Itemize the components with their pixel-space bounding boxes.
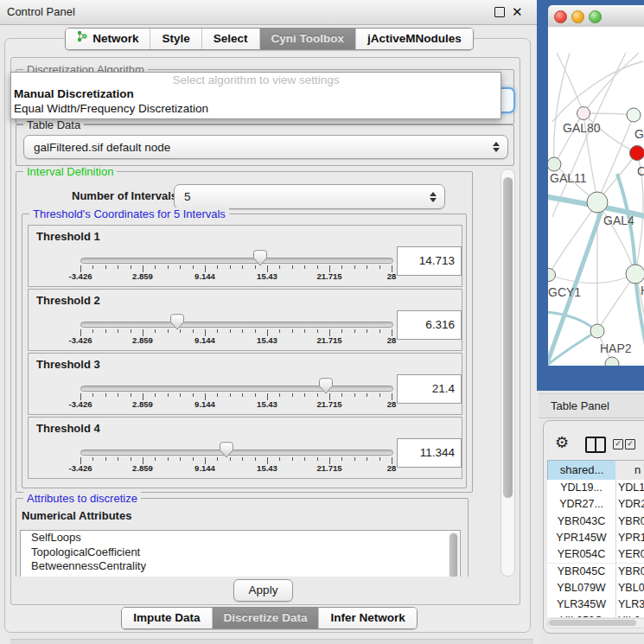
network-node[interactable] bbox=[626, 265, 644, 284]
table-row[interactable]: YIL052CYIL0 bbox=[547, 613, 644, 617]
table-row[interactable]: YPR145WYPR1 bbox=[547, 530, 644, 546]
tick-label: 9.144 bbox=[194, 271, 215, 281]
table-cell-name: YBL0 bbox=[618, 580, 644, 596]
main-scrollbar[interactable] bbox=[501, 169, 515, 577]
threshold-panel-3: Threshold 3-3.4262.8599.14415.4321.71528… bbox=[28, 353, 462, 415]
threshold-slider-thumb[interactable] bbox=[319, 378, 333, 394]
column-header-shared-name[interactable]: shared... bbox=[547, 460, 616, 481]
table-cell-name: YER0 bbox=[618, 546, 644, 563]
float-window-icon[interactable] bbox=[494, 7, 505, 17]
popup-item-manual-discretization[interactable]: Manual Discretization bbox=[13, 86, 499, 101]
threshold-value-field[interactable]: 11.344 bbox=[397, 438, 462, 468]
table-row[interactable]: YDR27...YDR2 bbox=[547, 496, 644, 513]
threshold-slider-thumb[interactable] bbox=[220, 442, 233, 458]
tick-mark bbox=[168, 457, 169, 461]
tick-mark bbox=[105, 393, 106, 397]
checkbox-icon[interactable]: ✓ bbox=[613, 439, 623, 450]
threshold-slider-thumb[interactable] bbox=[170, 314, 184, 330]
tick-mark bbox=[341, 393, 342, 397]
table-row[interactable]: YBL079WYBL0 bbox=[547, 580, 644, 596]
table-hscrollbar-thumb[interactable] bbox=[549, 620, 636, 626]
tab-network[interactable]: Network bbox=[66, 29, 150, 49]
threshold-slider-track[interactable] bbox=[80, 386, 393, 392]
tick-mark bbox=[180, 457, 181, 461]
threshold-slider-track[interactable] bbox=[80, 322, 393, 328]
threshold-slider-track[interactable] bbox=[80, 258, 393, 264]
tick-mark bbox=[193, 457, 194, 461]
tab-infer-network[interactable]: Infer Network bbox=[318, 608, 416, 628]
column-header-name[interactable]: n bbox=[615, 460, 644, 481]
tick-mark bbox=[230, 393, 231, 397]
tab-discretize-data[interactable]: Discretize Data bbox=[212, 608, 319, 628]
tick-mark bbox=[341, 265, 342, 269]
table-hscrollbar[interactable] bbox=[547, 618, 644, 628]
tick-mark bbox=[217, 457, 218, 461]
table-cell-name: YLR3 bbox=[618, 596, 644, 613]
tick-label: 15.43 bbox=[257, 335, 277, 345]
threshold-label: Threshold 4 bbox=[36, 422, 100, 435]
column-layout-icon[interactable] bbox=[585, 437, 606, 453]
threshold-slider-track[interactable] bbox=[80, 450, 393, 456]
attribute-list-item[interactable]: TopologicalCoefficient bbox=[21, 545, 460, 560]
table-row[interactable]: YLR345WYLR3 bbox=[547, 596, 644, 613]
network-node[interactable] bbox=[590, 324, 604, 338]
network-node[interactable] bbox=[627, 108, 641, 122]
control-panel-window: Control Panel ✕ NetworkStyleSelectCyni T… bbox=[0, 0, 539, 644]
tab-style[interactable]: Style bbox=[150, 29, 201, 49]
table-row[interactable]: YER054CYER0 bbox=[547, 546, 644, 563]
table-row[interactable]: YBR043CYBR0 bbox=[547, 513, 644, 530]
close-icon[interactable]: ✕ bbox=[512, 3, 523, 22]
threshold-slider-thumb[interactable] bbox=[253, 250, 267, 266]
popup-item-equal-width-frequency[interactable]: Equal Width/Frequency Discretization bbox=[13, 101, 499, 116]
network-node[interactable] bbox=[577, 107, 590, 120]
number-of-intervals-label: Number of Intervals bbox=[72, 189, 177, 202]
network-node[interactable] bbox=[630, 146, 644, 161]
tick-label: 2.859 bbox=[132, 463, 153, 473]
tick-mark bbox=[168, 265, 169, 269]
tab-cyni-toolbox[interactable]: Cyni Toolbox bbox=[259, 29, 356, 49]
network-node[interactable] bbox=[587, 192, 608, 213]
gear-icon[interactable]: ⚙ bbox=[555, 434, 569, 451]
threshold-value-field[interactable]: 21.4 bbox=[397, 374, 462, 404]
combo-spinner-icon[interactable] bbox=[430, 191, 437, 203]
mac-zoom-icon[interactable] bbox=[589, 10, 602, 23]
network-canvas[interactable]: GAL80GCGAL11GAL4GCY1HHAP2 bbox=[548, 27, 644, 366]
apply-button[interactable]: Apply bbox=[233, 579, 293, 602]
tab-select[interactable]: Select bbox=[201, 29, 259, 49]
table-data-combo-value: galFiltered.sif default node bbox=[34, 136, 487, 158]
network-node[interactable] bbox=[605, 357, 619, 366]
numerical-attributes-list[interactable]: SelfLoopsTopologicalCoefficientBetweenne… bbox=[20, 530, 461, 577]
threshold-value-field[interactable]: 6.316 bbox=[397, 310, 462, 340]
network-node[interactable] bbox=[548, 269, 556, 282]
network-node[interactable] bbox=[548, 157, 561, 171]
tick-mark bbox=[92, 329, 93, 333]
tick-mark bbox=[304, 393, 305, 397]
table-row[interactable]: YDL19...YDL1 bbox=[547, 480, 644, 496]
tab-label: Impute Data bbox=[133, 608, 200, 628]
tick-label: 21.715 bbox=[316, 399, 341, 409]
network-node-label: GAL11 bbox=[550, 171, 587, 185]
table-data-combo[interactable]: galFiltered.sif default node bbox=[23, 135, 508, 159]
network-node-label: GCY1 bbox=[548, 285, 581, 299]
table-cell-shared-name: YLR345W bbox=[547, 596, 616, 613]
combo-spinner-icon[interactable] bbox=[493, 141, 500, 153]
threshold-panel-1: Threshold 1-3.4262.8599.14415.4321.71528… bbox=[28, 225, 462, 287]
table-row[interactable]: YBR045CYBR0 bbox=[547, 564, 644, 580]
tab-impute-data[interactable]: Impute Data bbox=[122, 608, 211, 628]
tab-jactivemnodules[interactable]: jActiveMNodules bbox=[355, 29, 473, 49]
attribute-list-item[interactable]: SelfLoops bbox=[21, 531, 460, 545]
number-of-intervals-combo[interactable]: 5 bbox=[174, 184, 445, 209]
network-node-label: HAP2 bbox=[600, 341, 632, 355]
threshold-value-field[interactable]: 14.713 bbox=[397, 246, 462, 276]
tick-mark bbox=[131, 329, 131, 333]
main-scrollbar-thumb[interactable] bbox=[503, 177, 513, 498]
mac-minimize-icon[interactable] bbox=[571, 10, 584, 23]
attribute-list-item[interactable]: BetweennessCentrality bbox=[21, 559, 460, 574]
tick-label: -3.426 bbox=[69, 399, 92, 409]
mac-close-icon[interactable] bbox=[554, 10, 567, 23]
checkbox-icon[interactable]: ✓ bbox=[625, 439, 635, 450]
tick-mark bbox=[92, 457, 93, 461]
attributes-scrollbar[interactable] bbox=[449, 532, 459, 577]
tick-mark bbox=[92, 393, 93, 397]
tick-mark bbox=[292, 329, 293, 333]
